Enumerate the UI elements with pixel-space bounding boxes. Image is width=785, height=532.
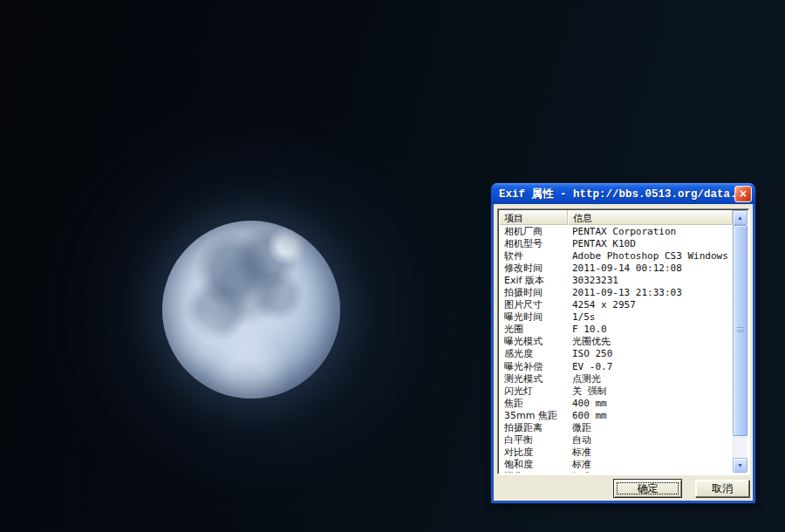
exif-info-value: 4254 x 2957 <box>568 299 733 310</box>
exif-info-value: EV -0.7 <box>568 361 733 372</box>
exif-item-label: 饱和度 <box>499 458 568 471</box>
exif-info-value: 1/5s <box>568 311 733 323</box>
exif-info-value: 微距 <box>568 421 733 434</box>
scroll-up-icon[interactable]: ▲ <box>733 210 747 225</box>
exif-row[interactable]: 焦距400 mm <box>499 397 733 409</box>
exif-row[interactable]: 曝光补偿EV -0.7 <box>499 360 733 372</box>
exif-row[interactable]: 感光度ISO 250 <box>499 348 733 360</box>
exif-info-value: 600 mm <box>568 410 733 421</box>
exif-item-label: 对比度 <box>499 446 568 459</box>
exif-item-label: 白平衡 <box>499 433 568 447</box>
exif-item-label: 曝光时间 <box>499 310 568 324</box>
exif-row[interactable]: 图片尺寸4254 x 2957 <box>499 299 733 311</box>
exif-row[interactable]: 白平衡自动 <box>499 434 733 447</box>
exif-row[interactable]: 闪光灯关 强制 <box>499 385 733 397</box>
exif-info-value: 标准 <box>568 446 733 459</box>
exif-item-label: 软件 <box>499 249 568 263</box>
exif-item-label: 相机厂商 <box>499 225 568 238</box>
exif-properties-dialog: Exif 属性 - http://bbs.0513.org/data... × … <box>491 183 755 503</box>
exif-item-label: 曝光模式 <box>499 335 568 348</box>
exif-row[interactable]: 35mm 焦距600 mm <box>499 409 733 421</box>
exif-row[interactable]: 饱和度标准 <box>499 459 733 471</box>
dialog-body: 项目 信息 相机厂商PENTAX Corporation相机型号PENTAX K… <box>494 204 753 501</box>
exif-item-label: 闪光灯 <box>499 385 568 398</box>
cancel-button[interactable]: 取消 <box>695 480 749 497</box>
exif-row[interactable]: 相机型号PENTAX K10D <box>499 237 733 249</box>
exif-item-label: 锐化 <box>499 470 568 473</box>
exif-row[interactable]: 曝光时间1/5s <box>499 311 733 324</box>
exif-info-value: 2011-09-13 21:33:03 <box>568 287 733 298</box>
exif-item-label: 曝光补偿 <box>499 360 568 373</box>
exif-listview: 项目 信息 相机厂商PENTAX Corporation相机型号PENTAX K… <box>497 208 749 474</box>
exif-item-label: 光圈 <box>499 323 568 336</box>
exif-item-label: 感光度 <box>499 347 568 360</box>
exif-info-value: 400 mm <box>568 398 733 409</box>
exif-item-label: 图片尺寸 <box>499 298 568 311</box>
exif-item-label: 焦距 <box>499 397 568 410</box>
exif-info-value: 光圈优先 <box>568 335 733 348</box>
scrollbar-grip <box>737 327 744 334</box>
exif-item-label: 测光模式 <box>499 372 568 385</box>
exif-info-value: 30323231 <box>568 275 733 286</box>
exif-row[interactable]: Exif 版本30323231 <box>499 274 733 286</box>
dialog-button-row: 确定 取消 <box>613 479 749 498</box>
exif-row[interactable]: 修改时间2011-09-14 00:12:08 <box>499 262 733 274</box>
exif-info-value: 标准 <box>568 458 733 471</box>
exif-row[interactable]: 光圈F 10.0 <box>499 324 733 336</box>
exif-row[interactable]: 拍摄距离微距 <box>499 422 733 434</box>
exif-info-value: Adobe Photoshop CS3 Windows <box>568 250 733 262</box>
exif-info-value: PENTAX Corporation <box>568 226 733 237</box>
exif-info-value: 标准 <box>568 470 733 473</box>
exif-info-value: ISO 250 <box>568 348 733 359</box>
exif-item-label: 拍摄时间 <box>499 286 568 299</box>
exif-item-label: 35mm 焦距 <box>499 409 568 422</box>
exif-item-label: 相机型号 <box>499 237 568 250</box>
exif-row[interactable]: 相机厂商PENTAX Corporation <box>499 225 733 237</box>
scroll-down-icon[interactable]: ▼ <box>733 458 747 473</box>
exif-info-value: F 10.0 <box>568 324 733 335</box>
exif-info-value: PENTAX K10D <box>568 238 733 249</box>
exif-info-value: 点测光 <box>568 372 733 385</box>
column-header-item[interactable]: 项目 <box>499 210 568 225</box>
exif-info-value: 自动 <box>568 433 733 447</box>
exif-row[interactable]: 锐化标准 <box>499 471 733 473</box>
exif-row[interactable]: 曝光模式光圈优先 <box>499 336 733 348</box>
exif-row[interactable]: 拍摄时间2011-09-13 21:33:03 <box>499 286 733 298</box>
exif-row[interactable]: 软件Adobe Photoshop CS3 Windows <box>499 249 733 262</box>
exif-row[interactable]: 测光模式点测光 <box>499 372 733 385</box>
close-icon[interactable]: × <box>734 186 752 202</box>
exif-info-value: 关 强制 <box>568 385 733 398</box>
desktop-background: Exif 属性 - http://bbs.0513.org/data... × … <box>0 0 785 532</box>
exif-info-value: 2011-09-14 00:12:08 <box>568 263 733 274</box>
scrollbar-thumb[interactable] <box>733 225 747 436</box>
exif-item-label: 修改时间 <box>499 262 568 275</box>
exif-row-list: 相机厂商PENTAX Corporation相机型号PENTAX K10D软件A… <box>499 225 733 473</box>
dialog-title: Exif 属性 - http://bbs.0513.org/data... <box>491 187 734 201</box>
exif-item-label: 拍摄距离 <box>499 421 568 434</box>
vertical-scrollbar[interactable]: ▲ ▼ <box>733 210 747 473</box>
exif-row[interactable]: 对比度标准 <box>499 447 733 459</box>
exif-item-label: Exif 版本 <box>499 274 568 287</box>
dialog-titlebar[interactable]: Exif 属性 - http://bbs.0513.org/data... × <box>491 183 755 204</box>
moon-photo <box>162 221 340 399</box>
column-header-info[interactable]: 信息 <box>568 210 733 225</box>
ok-button[interactable]: 确定 <box>613 479 682 498</box>
listview-header: 项目 信息 <box>499 210 733 225</box>
